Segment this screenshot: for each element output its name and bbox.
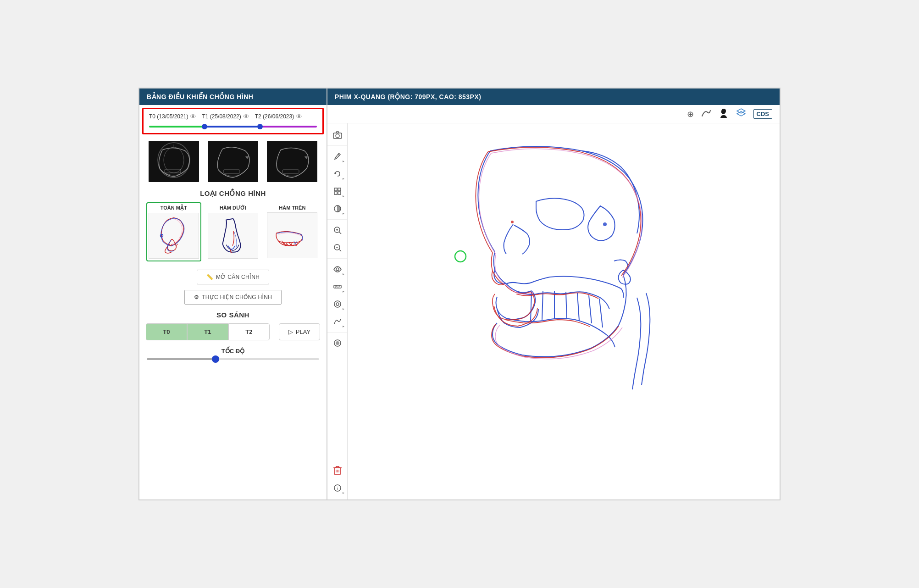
- overlay-ham-tren[interactable]: HÀM TRÊN: [265, 202, 320, 261]
- record-tool[interactable]: [330, 335, 345, 351]
- info-tool[interactable]: i: [330, 480, 345, 496]
- t2-label: T2 (26/06/2023): [255, 113, 294, 120]
- t2-compare-btn[interactable]: T2: [228, 323, 270, 340]
- t2-item[interactable]: T2 (26/06/2023) 👁: [255, 113, 302, 120]
- overlay-ham-tren-label: HÀM TRÊN: [279, 205, 305, 211]
- right-panel: PHIM X-QUANG (RỘNG: 709PX, CAO: 853PX) ⊕…: [327, 89, 780, 499]
- overlay-type-title: LOẠI CHỒNG HÌNH: [139, 189, 327, 198]
- svg-text:i: i: [337, 486, 338, 491]
- overlay-ham-duoi[interactable]: HÀM DƯỚI: [205, 202, 260, 261]
- overlay-toan-mat[interactable]: TOÀN MẶT: [146, 202, 201, 261]
- svg-point-35: [334, 301, 341, 307]
- speed-label: TỐC ĐỘ: [139, 348, 327, 355]
- t1-item[interactable]: T1 (25/08/2022) 👁: [202, 113, 249, 120]
- camera-tool[interactable]: [330, 127, 345, 143]
- t1-eye-icon[interactable]: 👁: [243, 113, 249, 120]
- overlay-ham-tren-preview: [267, 212, 317, 258]
- svg-point-48: [511, 221, 514, 223]
- contrast-tool[interactable]: [330, 201, 345, 216]
- svg-marker-13: [737, 111, 745, 116]
- overlay-btn-row: ⚙ THỰC HIỆN CHỒNG HÌNH: [139, 287, 327, 307]
- t0-eye-icon[interactable]: 👁: [190, 113, 196, 120]
- slider-fill: [147, 358, 216, 360]
- zoom-in-tool[interactable]: [330, 222, 345, 238]
- tools-sidebar: i: [327, 123, 348, 499]
- overlay-btn[interactable]: ⚙ THỰC HIỆN CHỒNG HÌNH: [184, 290, 282, 305]
- svg-rect-17: [334, 188, 337, 191]
- align-btn-row: 📏 MỞ CÂN CHỈNH: [139, 267, 327, 287]
- svg-point-38: [336, 341, 339, 345]
- svg-rect-20: [338, 192, 341, 194]
- compare-title: SO SÁNH: [139, 311, 327, 319]
- grid-tool[interactable]: [330, 183, 345, 199]
- layers-toolbar-icon[interactable]: [736, 108, 746, 120]
- overlay-ham-duoi-label: HÀM DƯỚI: [220, 205, 246, 211]
- eye-view-tool[interactable]: [330, 261, 345, 277]
- overlay-btn-label: THỰC HIỆN CHỒNG HÌNH: [202, 294, 272, 300]
- xray-t2[interactable]: [267, 141, 317, 182]
- right-panel-header: PHIM X-QUANG (RỘNG: 709PX, CAO: 853PX): [327, 89, 780, 105]
- xray-t0[interactable]: [149, 141, 199, 182]
- svg-rect-19: [334, 192, 337, 194]
- curve-tool[interactable]: [330, 314, 345, 329]
- svg-point-15: [336, 134, 339, 138]
- play-btn-label: PLAY: [296, 328, 310, 335]
- profile-toolbar-icon[interactable]: [719, 108, 729, 120]
- compare-buttons: T0 T1 T2 ▷ PLAY: [139, 323, 327, 340]
- overlay-toan-mat-label: TOÀN MẶT: [161, 205, 187, 211]
- xray-t1[interactable]: [208, 141, 258, 182]
- svg-marker-12: [737, 109, 745, 113]
- left-panel: BẢNG ĐIỀU KHIỂN CHỒNG HÌNH T0 (13/05/202…: [139, 89, 327, 499]
- zoom-out-tool[interactable]: [330, 240, 345, 255]
- t2-eye-icon[interactable]: 👁: [296, 113, 302, 120]
- svg-point-29: [336, 268, 339, 271]
- xray-thumbnails: [139, 137, 327, 186]
- svg-line-25: [339, 232, 341, 234]
- svg-line-28: [339, 250, 341, 251]
- t0-item[interactable]: T0 (13/05/2021) 👁: [149, 113, 196, 120]
- ruler-tool[interactable]: [330, 279, 345, 294]
- target-icon[interactable]: ⊕: [687, 109, 694, 119]
- speed-slider[interactable]: [139, 358, 327, 360]
- right-content: i: [327, 123, 780, 499]
- svg-rect-18: [338, 188, 341, 191]
- align-btn[interactable]: 📏 MỞ CÂN CHỈNH: [197, 270, 270, 284]
- overlay-toan-mat-preview: [149, 213, 199, 259]
- slider-track: [147, 358, 319, 360]
- timeline-row: T0 (13/05/2021) 👁 T1 (25/08/2022) 👁 T2 (…: [149, 113, 317, 120]
- svg-point-36: [336, 303, 339, 305]
- t0-label: T0 (13/05/2021): [149, 113, 188, 120]
- delete-tool[interactable]: [330, 463, 345, 478]
- play-btn[interactable]: ▷ PLAY: [279, 323, 320, 340]
- play-icon: ▷: [288, 328, 293, 335]
- svg-line-16: [338, 154, 339, 155]
- timeline-section: T0 (13/05/2021) 👁 T1 (25/08/2022) 👁 T2 (…: [142, 108, 324, 134]
- t1-compare-btn[interactable]: T1: [187, 323, 228, 340]
- gear-icon: ⚙: [194, 294, 199, 300]
- pencil-tool[interactable]: [330, 149, 345, 164]
- xray-canvas-area[interactable]: [348, 123, 780, 499]
- overlay-ham-duoi-preview: [208, 213, 258, 259]
- svg-rect-30: [334, 285, 341, 288]
- cds-btn[interactable]: CDS: [753, 109, 772, 119]
- t1-label: T1 (25/08/2022): [202, 113, 241, 120]
- svg-point-47: [603, 222, 607, 226]
- svg-point-46: [455, 251, 466, 262]
- t0-compare-btn[interactable]: T0: [146, 323, 187, 340]
- eye-measure-tool[interactable]: [330, 296, 345, 312]
- curve-toolbar-icon[interactable]: [701, 108, 711, 120]
- left-panel-header: BẢNG ĐIỀU KHIỂN CHỒNG HÌNH: [139, 89, 327, 105]
- undo-tool[interactable]: [330, 166, 345, 182]
- overlay-types: TOÀN MẶT: [139, 202, 327, 261]
- align-btn-label: MỞ CÂN CHỈNH: [216, 274, 260, 280]
- top-toolbar: ⊕ CDS: [327, 105, 780, 123]
- slider-thumb[interactable]: [212, 355, 219, 363]
- ruler-icon: 📏: [206, 274, 213, 280]
